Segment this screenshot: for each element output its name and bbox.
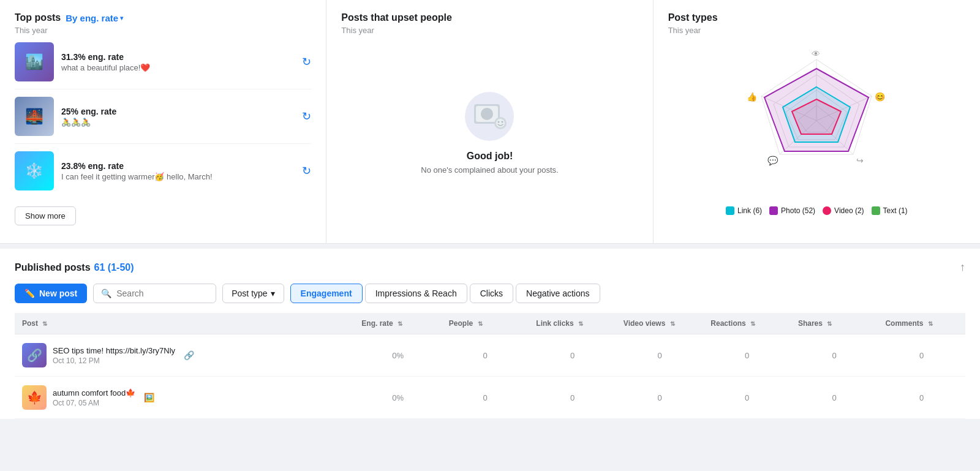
svg-text:💬: 💬 — [767, 156, 778, 166]
post-type-label: Post type — [232, 288, 267, 298]
chevron-down-icon: ▾ — [120, 15, 123, 21]
post-date-0: Oct 10, 12 PM — [53, 356, 175, 365]
search-input[interactable] — [116, 288, 208, 298]
td-reactions-1: 0 — [703, 377, 791, 419]
sort-icon: ⇅ — [827, 320, 832, 327]
link-type-icon: 🔗 — [184, 350, 194, 360]
legend-dot-photo — [769, 206, 778, 215]
td-eng-rate-1: 0% — [354, 377, 442, 419]
sort-icon: ⇅ — [398, 320, 402, 327]
td-people-1: 0 — [442, 377, 529, 419]
published-posts-title-wrap: Published posts 61 (1-50) — [15, 262, 134, 273]
sort-icon: ⇅ — [478, 320, 483, 327]
td-video-views-0: 0 — [616, 334, 704, 377]
table-row: 🍁 autumn comfort food🍁 Oct 07, 05 AM 🖼️ … — [15, 377, 965, 419]
post-eng-rate: 23.8% eng. rate — [61, 161, 295, 171]
legend-dot-text — [872, 206, 880, 215]
published-posts-count: 61 (1-50) — [94, 262, 134, 273]
th-comments[interactable]: Comments ⇅ — [878, 313, 965, 334]
td-link-clicks-1: 0 — [529, 377, 616, 419]
table-row: 🔗 SEO tips time! https://bit.ly/3ry7Nly … — [15, 334, 965, 377]
tab-clicks[interactable]: Clicks — [470, 284, 513, 303]
sort-icon: ⇅ — [750, 320, 755, 327]
svg-point-4 — [496, 119, 505, 127]
post-type-chevron-icon: ▾ — [271, 288, 275, 298]
posts-table: Post ⇅ Eng. rate ⇅ People ⇅ Link clicks … — [15, 313, 965, 419]
new-post-button[interactable]: ✏️ New post — [15, 284, 87, 303]
th-eng-rate[interactable]: Eng. rate ⇅ — [354, 313, 442, 334]
post-text: what a beautiful place!❤️ — [61, 63, 295, 72]
post-title-0: SEO tips time! https://bit.ly/3ry7Nly — [53, 346, 175, 355]
post-info: 23.8% eng. rate I can feel it getting wa… — [61, 161, 295, 181]
svg-text:👍: 👍 — [747, 92, 758, 102]
post-info-0: 🔗 SEO tips time! https://bit.ly/3ry7Nly … — [22, 343, 347, 367]
th-video-views[interactable]: Video views ⇅ — [616, 313, 704, 334]
td-people-0: 0 — [442, 334, 529, 377]
good-job-description: No one's complained about your posts. — [421, 165, 558, 175]
top-posts-period: This year — [15, 26, 311, 35]
published-posts-section: Published posts 61 (1-50) ↑ ✏️ New post … — [0, 249, 980, 419]
search-field-wrap[interactable]: 🔍 — [93, 284, 216, 303]
good-job-illustration — [465, 92, 514, 141]
refresh-icon[interactable]: ↻ — [302, 164, 311, 178]
td-post-0: 🔗 SEO tips time! https://bit.ly/3ry7Nly … — [15, 334, 354, 377]
th-link-clicks[interactable]: Link clicks ⇅ — [529, 313, 616, 334]
legend-dot-video — [823, 206, 831, 215]
th-reactions[interactable]: Reactions ⇅ — [703, 313, 791, 334]
post-types-period: This year — [668, 26, 965, 35]
td-eng-rate-0: 0% — [354, 334, 442, 377]
td-post-1: 🍁 autumn comfort food🍁 Oct 07, 05 AM 🖼️ — [15, 377, 354, 419]
post-text: I can feel it getting warmer🥳 hello, Mar… — [61, 172, 295, 181]
tab-engagement[interactable]: Engagement — [290, 284, 363, 303]
td-video-views-1: 0 — [616, 377, 704, 419]
legend-label-video: Video (2) — [834, 206, 864, 215]
post-thumb-1: 🍁 — [22, 385, 47, 410]
post-thumbnail: 🌉 — [15, 97, 54, 136]
post-eng-rate: 31.3% eng. rate — [61, 52, 295, 62]
th-post[interactable]: Post ⇅ — [15, 313, 354, 334]
show-more-button[interactable]: Show more — [15, 206, 76, 225]
export-button[interactable]: ↑ — [960, 261, 965, 274]
th-shares[interactable]: Shares ⇅ — [791, 313, 878, 334]
table-header-row: Post ⇅ Eng. rate ⇅ People ⇅ Link clicks … — [15, 313, 965, 334]
post-text: 🚴🚴🚴 — [61, 118, 295, 127]
svg-text:😊: 😊 — [875, 92, 886, 102]
legend-label-link: Link (6) — [737, 206, 762, 215]
svg-text:↪: ↪ — [856, 156, 864, 165]
td-reactions-0: 0 — [703, 334, 791, 377]
th-people[interactable]: People ⇅ — [442, 313, 529, 334]
posts-toolbar: ✏️ New post 🔍 Post type ▾ Engagement Imp… — [15, 284, 965, 303]
list-item: 🏙️ 31.3% eng. rate what a beautiful plac… — [15, 35, 311, 89]
td-comments-1: 0 — [878, 377, 965, 419]
upset-posts-period: This year — [341, 26, 638, 35]
radar-legend: Link (6) Photo (52) Video (2) Text (1) — [726, 206, 908, 215]
legend-label-text: Text (1) — [883, 206, 908, 215]
sort-icon: ⇅ — [928, 320, 933, 327]
svg-point-5 — [498, 121, 500, 122]
legend-item-video: Video (2) — [823, 206, 864, 215]
post-text-wrap-0: SEO tips time! https://bit.ly/3ry7Nly Oc… — [53, 346, 175, 365]
td-link-clicks-0: 0 — [529, 334, 616, 377]
published-posts-header: Published posts 61 (1-50) ↑ — [15, 261, 965, 274]
sort-icon: ⇅ — [42, 320, 47, 327]
refresh-icon[interactable]: ↻ — [302, 110, 311, 123]
radar-chart: 👁 😊 ↪ 💬 👍 — [737, 41, 896, 200]
svg-text:👁: 👁 — [812, 49, 820, 59]
published-posts-title: Published posts — [15, 262, 91, 273]
td-comments-0: 0 — [878, 334, 965, 377]
radar-chart-container: 👁 😊 ↪ 💬 👍 Link (6) Photo (52) — [668, 35, 965, 215]
upset-empty-state: Good job! No one's complained about your… — [341, 35, 638, 231]
post-thumbnail: ❄️ — [15, 151, 54, 190]
eng-rate-filter[interactable]: By eng. rate ▾ — [66, 13, 123, 23]
pencil-icon: ✏️ — [24, 288, 35, 298]
refresh-icon[interactable]: ↻ — [302, 55, 311, 69]
tab-impressions-reach[interactable]: Impressions & Reach — [365, 284, 467, 303]
tab-negative-actions[interactable]: Negative actions — [516, 284, 600, 303]
legend-item-photo: Photo (52) — [769, 206, 815, 215]
post-types-panel: Post types This year — [654, 0, 980, 243]
post-info: 25% eng. rate 🚴🚴🚴 — [61, 107, 295, 127]
post-text-wrap-1: autumn comfort food🍁 Oct 07, 05 AM — [53, 388, 135, 407]
post-eng-rate: 25% eng. rate — [61, 107, 295, 116]
image-type-icon: 🖼️ — [144, 393, 154, 402]
post-type-button[interactable]: Post type ▾ — [222, 284, 284, 303]
